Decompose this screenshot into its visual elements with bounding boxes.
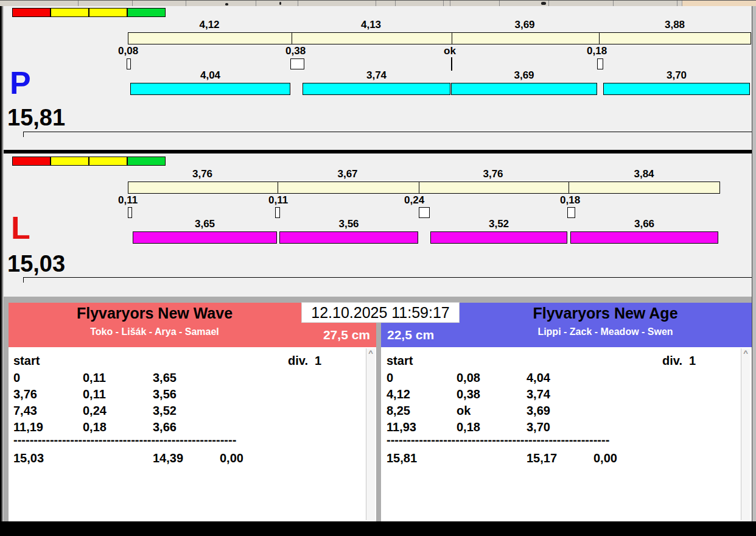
log-start-label: start <box>387 353 413 368</box>
table-scrollbar[interactable]: ^ <box>741 348 750 520</box>
scroll-up-icon[interactable]: ^ <box>741 349 750 357</box>
log-total-time: 15,81 <box>387 451 417 465</box>
team-lineup: Toko - Lišák - Arya - Samael <box>9 326 301 337</box>
split-divider <box>599 33 600 44</box>
dog-run-bar <box>133 231 277 244</box>
exchange-gap-label: 0,18 <box>560 194 580 206</box>
log-cell: 0,11 <box>83 370 106 385</box>
toolbar-remnant[interactable] <box>0 0 756 6</box>
toolbar-glyph-fragment <box>225 3 228 5</box>
exchange-gap-label: 0,11 <box>268 194 288 206</box>
split-time-label: 3,88 <box>598 19 751 31</box>
traffic-red-indicator <box>12 8 51 17</box>
split-time-label: 4,12 <box>128 19 291 31</box>
log-cell: 0 <box>13 370 20 385</box>
jump-height-badge: 22,5 cm <box>387 328 434 342</box>
lane-letter: P <box>10 67 31 99</box>
dog-run-bar <box>279 231 418 244</box>
application-window: 4,12 4,13 3,69 3,88 0,08 0,38 ok 0,18 4,… <box>0 0 756 536</box>
traffic-green-indicator <box>127 157 166 166</box>
log-cell: 0,08 <box>457 370 480 385</box>
log-cell: 8,25 <box>387 403 410 418</box>
team-lineup: Lippi - Zack - Meadow - Swen <box>459 326 752 337</box>
traffic-light-bar <box>12 157 166 166</box>
traffic-yellow2-indicator <box>89 157 127 166</box>
log-cell: 4,12 <box>387 387 410 401</box>
log-cell: 0,11 <box>83 387 106 401</box>
lane-status-divider <box>23 277 752 278</box>
toolbar-glyph-fragment <box>541 2 546 5</box>
exchange-gap-box <box>275 207 280 218</box>
run-time-label: 3,56 <box>279 218 418 230</box>
traffic-light-bar <box>12 8 166 17</box>
log-cell: 3,65 <box>153 370 177 385</box>
window-right-border[interactable] <box>752 6 756 521</box>
log-separator: ----------------------------------------… <box>387 432 609 447</box>
exchange-gap-label: 0,18 <box>587 45 607 57</box>
split-divider <box>452 33 452 44</box>
split-time-label: 3,84 <box>568 168 720 180</box>
split-divider <box>278 182 278 193</box>
exchange-gap-label: 0,08 <box>118 45 138 57</box>
log-division-label: div. 1 <box>662 353 696 368</box>
log-cell: 0 <box>387 370 393 385</box>
exchange-gap-label: 0,11 <box>118 194 138 206</box>
log-cell: 3,52 <box>153 403 177 418</box>
exchange-gap-box <box>419 207 430 218</box>
team-name: Flyvaryors New Wave <box>9 305 301 322</box>
toolbar-glyph-fragment <box>279 2 281 5</box>
dog-run-bar <box>130 83 290 95</box>
exchange-gap-label: 0,38 <box>285 45 306 57</box>
run-time-label: 3,74 <box>303 69 450 82</box>
log-cell: 4,04 <box>527 370 550 385</box>
lane-letter: L <box>11 212 30 244</box>
lane-total-time: 15,81 <box>7 105 65 130</box>
table-scrollbar[interactable]: ^ <box>366 348 375 520</box>
split-time-label: 4,13 <box>291 19 451 31</box>
scroll-up-icon[interactable]: ^ <box>366 349 375 357</box>
split-time-label: 3,76 <box>128 168 277 180</box>
team-name: Flyvaryors New Age <box>459 305 752 322</box>
exchange-gap-label: 0,24 <box>404 194 424 206</box>
exchange-gap-box <box>128 207 132 218</box>
bottom-black-strip <box>0 521 756 536</box>
lane-panel-l: 3,76 3,67 3,76 3,84 0,11 0,11 0,24 0,18 … <box>4 153 752 297</box>
log-clean-time: 14,39 <box>153 451 183 465</box>
traffic-green-indicator <box>127 8 166 17</box>
run-time-label: 3,70 <box>603 69 750 82</box>
traffic-red-indicator <box>12 157 51 166</box>
log-penalty: 0,00 <box>220 451 243 465</box>
log-separator: ----------------------------------------… <box>13 432 236 447</box>
exchange-gap-box <box>290 58 304 69</box>
log-division-label: div. 1 <box>288 353 321 368</box>
lane-status-divider <box>23 132 752 132</box>
exchange-gap-box <box>567 207 575 218</box>
split-timeline-bar <box>128 32 751 44</box>
log-total-time: 15,03 <box>13 451 44 465</box>
log-cell: 3,69 <box>527 403 550 418</box>
exchange-ok-tick <box>451 57 452 71</box>
clock-text: 12.10.2025 11:59:17 <box>311 304 450 321</box>
run-time-label: 3,65 <box>133 218 277 230</box>
traffic-yellow1-indicator <box>51 157 89 166</box>
traffic-yellow2-indicator <box>89 8 127 17</box>
team-card-left: Flyvaryors New Wave Toko - Lišák - Arya … <box>9 303 376 521</box>
run-time-label: 3,52 <box>430 218 567 230</box>
dog-run-bar <box>570 231 718 244</box>
dog-run-bar <box>430 231 567 244</box>
split-time-label: 3,76 <box>418 168 568 180</box>
split-divider <box>569 182 569 193</box>
jump-height-badge: 27,5 cm <box>323 328 370 342</box>
traffic-yellow1-indicator <box>51 8 89 17</box>
run-log-table[interactable]: start div. 1 0 0,08 4,04 4,12 0,38 3,74 … <box>381 347 752 521</box>
log-cell: 7,43 <box>13 403 37 418</box>
split-time-label: 3,67 <box>277 168 418 180</box>
log-clean-time: 15,17 <box>527 451 557 465</box>
lane-total-time: 15,03 <box>7 251 65 277</box>
run-time-label: 3,69 <box>451 69 597 82</box>
lane-panel-p: 4,12 4,13 3,69 3,88 0,08 0,38 ok 0,18 4,… <box>4 6 752 150</box>
text-caret <box>23 132 24 137</box>
exchange-gap-label: ok <box>444 45 456 57</box>
run-log-table[interactable]: start div. 1 0 0,11 3,65 3,76 0,11 3,56 … <box>9 347 376 521</box>
team-card-right: Flyvaryors New Age Lippi - Zack - Meadow… <box>381 303 752 521</box>
